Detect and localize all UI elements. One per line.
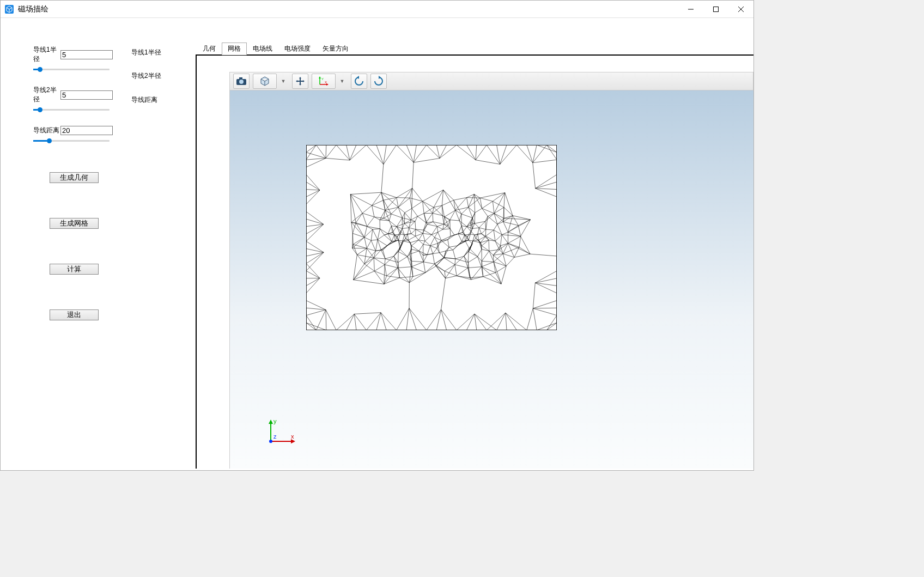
generate-geometry-button[interactable]: 生成几何 xyxy=(50,172,99,183)
minimize-button[interactable] xyxy=(678,1,703,18)
param-row-r2: 导线2半径 xyxy=(33,86,180,104)
param-label-r2: 导线2半径 xyxy=(33,86,60,104)
axes-button[interactable]: Y X xyxy=(312,74,336,89)
camera-snapshot-button[interactable] xyxy=(233,74,250,89)
svg-point-23 xyxy=(269,440,272,443)
tabs: 几何 网格 电场线 电场强度 矢量方向 xyxy=(191,44,753,55)
app-icon xyxy=(4,4,15,15)
rotate-ccw-icon xyxy=(354,76,364,87)
titlebar: 磁场描绘 xyxy=(1,1,753,18)
maximize-button[interactable] xyxy=(703,1,728,18)
tab-intensity[interactable]: 电场强度 xyxy=(278,42,317,55)
param-row-dist: 导线距离 xyxy=(33,126,180,135)
canvas-3d[interactable]: y x z xyxy=(229,90,753,469)
svg-text:x: x xyxy=(291,433,294,440)
svg-rect-2 xyxy=(714,7,719,11)
svg-rect-6 xyxy=(239,77,242,80)
exit-button[interactable]: 退出 xyxy=(50,309,99,320)
r2-slider[interactable] xyxy=(33,106,110,114)
close-button[interactable] xyxy=(728,1,753,18)
tab-fieldlines[interactable]: 电场线 xyxy=(247,42,278,55)
tab-vector[interactable]: 矢量方向 xyxy=(317,42,355,55)
svg-text:y: y xyxy=(273,418,277,424)
orientation-triad: y x z xyxy=(263,417,301,447)
dist-slider[interactable] xyxy=(33,137,110,145)
svg-text:Y: Y xyxy=(321,77,324,81)
viewer-toolbar: ▼ Y X ▼ xyxy=(229,72,753,90)
rotate-cw-button[interactable] xyxy=(370,74,387,89)
cube-dropdown[interactable]: ▼ xyxy=(280,78,287,84)
mesh-visualization xyxy=(306,145,557,330)
app-window: 磁场描绘 导线1半径 导线1半径 xyxy=(0,0,754,471)
tab-mesh[interactable]: 网格 xyxy=(222,42,247,55)
svg-point-7 xyxy=(239,80,244,84)
rotate-ccw-button[interactable] xyxy=(351,74,367,89)
r2-input[interactable] xyxy=(60,90,113,100)
sidebar: 导线1半径 导线1半径 导线2半径 xyxy=(1,18,191,470)
camera-icon xyxy=(236,77,247,86)
window-title: 磁场描绘 xyxy=(18,4,48,14)
side-label-r1: 导线1半径 xyxy=(131,48,161,57)
dist-input[interactable] xyxy=(60,126,113,135)
svg-marker-14 xyxy=(357,76,359,79)
side-label-dist: 导线距离 xyxy=(131,95,157,105)
pan-icon xyxy=(295,76,305,86)
svg-text:X: X xyxy=(325,81,327,84)
r1-input[interactable] xyxy=(60,50,113,59)
tab-geometry[interactable]: 几何 xyxy=(197,42,222,55)
pan-button[interactable] xyxy=(292,74,308,89)
generate-mesh-button[interactable]: 生成网格 xyxy=(50,218,99,229)
svg-marker-9 xyxy=(319,76,321,78)
svg-rect-16 xyxy=(306,145,557,330)
svg-marker-18 xyxy=(269,420,273,424)
svg-text:z: z xyxy=(273,433,277,440)
cube-view-button[interactable] xyxy=(253,74,277,89)
r1-slider[interactable] xyxy=(33,66,110,74)
rotate-cw-icon xyxy=(373,76,384,87)
axes-dropdown[interactable]: ▼ xyxy=(339,78,345,84)
plot-frame: ▼ Y X ▼ xyxy=(196,54,753,469)
content: 导线1半径 导线1半径 导线2半径 xyxy=(1,18,753,470)
svg-marker-15 xyxy=(379,76,381,79)
cube-icon xyxy=(259,76,271,87)
svg-marker-21 xyxy=(291,439,295,444)
param-label-dist: 导线距离 xyxy=(33,126,60,135)
main-panel: 几何 网格 电场线 电场强度 矢量方向 ▼ xyxy=(191,18,753,470)
side-label-r2: 导线2半径 xyxy=(131,71,161,81)
compute-button[interactable]: 计算 xyxy=(50,264,99,275)
param-label-r1: 导线1半径 xyxy=(33,45,60,64)
axes-icon: Y X xyxy=(318,76,330,87)
